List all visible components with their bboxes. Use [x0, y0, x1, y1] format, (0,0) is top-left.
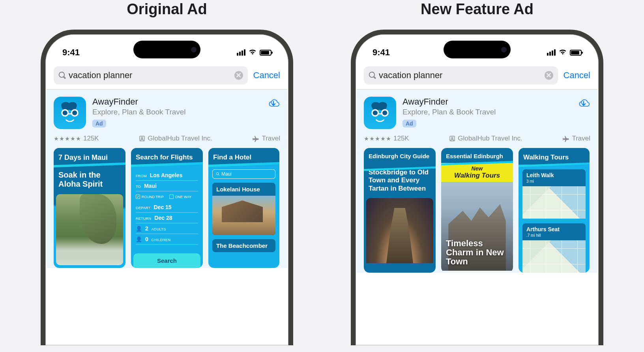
dynamic-island — [133, 41, 200, 58]
svg-point-5 — [141, 137, 143, 139]
screenshot-card-walking-tours[interactable]: Walking Tours Leith Walk 3 mi Arthurs Se… — [519, 148, 590, 273]
signal-icon — [547, 49, 556, 56]
download-button[interactable] — [267, 97, 280, 112]
tour-leith-walk[interactable]: Leith Walk 3 mi — [522, 169, 586, 219]
category: Travel — [252, 135, 280, 142]
hotel-search-input[interactable]: Maui — [212, 169, 275, 179]
star-icon — [364, 136, 391, 141]
screenshot-card-edinburgh-guide[interactable]: Edinburgh City Guide Stockbridge to Old … — [364, 148, 436, 273]
phone-mockup-left: 9:41 vacation planner ✕ Cancel — [41, 30, 293, 345]
svg-point-10 — [382, 110, 387, 115]
app-icon[interactable] — [364, 97, 396, 129]
svg-point-8 — [373, 110, 378, 115]
heading-original: Original Ad — [127, 1, 207, 18]
app-name: AwayFinder — [402, 97, 571, 107]
svg-point-3 — [72, 110, 77, 115]
download-button[interactable] — [577, 97, 590, 112]
search-text: vacation planner — [69, 70, 234, 81]
ad-badge: Ad — [402, 120, 416, 127]
map-thumbnail — [522, 240, 586, 273]
map-thumbnail — [522, 186, 586, 219]
search-icon — [58, 71, 66, 79]
plane-icon — [252, 135, 259, 142]
app-tagline: Explore, Plan & Book Travel — [402, 108, 571, 116]
svg-point-12 — [451, 137, 453, 139]
plane-icon — [562, 135, 569, 142]
ad-badge: Ad — [92, 120, 106, 127]
hotel-image — [212, 196, 275, 235]
rating: 125K — [364, 135, 409, 142]
developer: GlobalHub Travel Inc. — [139, 135, 212, 142]
edinburgh-image — [366, 198, 433, 263]
screenshot-card-maui[interactable]: 7 Days in Maui Soak in the Aloha Spirit — [54, 148, 125, 268]
clear-search-button[interactable]: ✕ — [545, 71, 553, 80]
signal-icon — [237, 49, 245, 56]
search-row: vacation planner ✕ Cancel — [47, 61, 287, 90]
star-icon — [54, 136, 81, 141]
search-input[interactable]: vacation planner ✕ — [364, 66, 558, 84]
walking-tours-banner: New Walking Tours — [441, 163, 513, 182]
app-icon[interactable] — [54, 97, 86, 129]
screenshot-card-hotel[interactable]: Find a Hotel Maui Lokelani House — [208, 148, 279, 268]
new-feature-ad-column: New Feature Ad 9:41 vacation planner ✕ C… — [351, 0, 603, 352]
search-icon — [369, 71, 376, 79]
battery-icon — [260, 50, 271, 56]
status-time: 9:41 — [373, 47, 390, 58]
dynamic-island — [444, 41, 511, 58]
app-meta-row: 125K GlobalHub Travel Inc. Travel — [54, 129, 287, 148]
search-input[interactable]: vacation planner ✕ — [54, 66, 248, 84]
flight-search-button[interactable]: Search — [133, 253, 200, 268]
svg-point-1 — [63, 110, 67, 115]
svg-point-6 — [216, 172, 219, 175]
developer: GlobalHub Travel Inc. — [449, 135, 522, 142]
castle-image: Timeless Charm in New Town — [441, 182, 513, 271]
phone-mockup-right: 9:41 vacation planner ✕ Cancel — [351, 30, 603, 345]
ad-result: AwayFinder Explore, Plan & Book Travel A… — [357, 90, 597, 273]
ad-result: AwayFinder Explore, Plan & Book Travel A… — [47, 90, 287, 268]
cancel-button[interactable]: Cancel — [253, 70, 280, 81]
original-ad-column: Original Ad 9:41 vacation planner ✕ Canc… — [41, 0, 293, 352]
app-tagline: Explore, Plan & Book Travel — [92, 108, 260, 116]
developer-icon — [449, 135, 455, 142]
battery-icon — [570, 50, 582, 56]
clear-search-button[interactable]: ✕ — [234, 71, 243, 80]
maui-image — [56, 194, 123, 265]
tour-arthurs-seat[interactable]: Arthurs Seat .7 mi hill — [522, 223, 586, 273]
category: Travel — [562, 135, 590, 142]
cancel-button[interactable]: Cancel — [564, 70, 590, 81]
wifi-icon — [559, 49, 567, 56]
app-name: AwayFinder — [92, 97, 260, 107]
heading-new: New Feature Ad — [421, 1, 534, 18]
developer-icon — [139, 135, 145, 142]
status-time: 9:41 — [62, 47, 80, 58]
screenshot-card-flights[interactable]: Search for Flights FROMLos Angeles TOMau… — [131, 148, 203, 268]
rating: 125K — [54, 135, 99, 142]
wifi-icon — [249, 49, 256, 56]
screenshot-card-essential-edinburgh[interactable]: Essential Edinburgh New Walking Tours Ti… — [441, 148, 513, 273]
